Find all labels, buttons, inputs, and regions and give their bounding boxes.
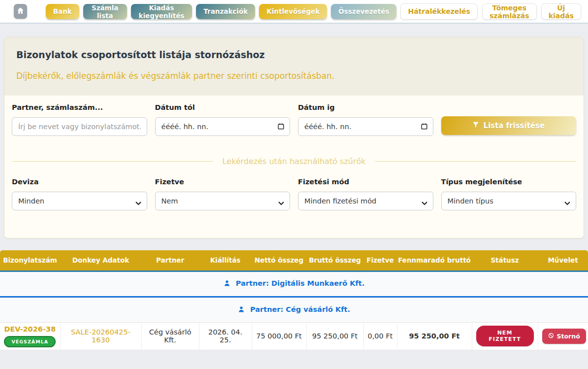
nav-kiadas-kiegyenlites[interactable]: Kiadás kiegyenlítés (131, 4, 193, 19)
cell-partner: Cég vásárló Kft. (141, 322, 199, 350)
home-button[interactable] (14, 4, 27, 19)
fizetesi-mod-select[interactable]: Minden fizetési mód (298, 192, 433, 210)
nav-szamla-lista[interactable]: Számla lista (83, 4, 127, 19)
date-from-label: Dátum tól (155, 103, 291, 111)
date-to-field: Dátum ig (298, 103, 433, 136)
refresh-list-button[interactable]: Lista frissítése (441, 116, 577, 135)
cell-donkey-adatok: SALE-20260425-1630 (60, 322, 141, 350)
cell-netto: 75 000,00 Ft (252, 322, 306, 350)
type-badge: VÉGSZÁMLA (4, 336, 56, 347)
partner-group-row: Partner: Cég vásárló Kft. (0, 297, 588, 322)
invoice-row: DEV-2026-38 VÉGSZÁMLA SALE-20260425-1630… (0, 322, 588, 350)
cell-fennmarado: 95 250,00 Ft (397, 322, 472, 350)
tipus-field: Típus megjelenítése Minden típus (441, 178, 577, 210)
top-navigation-bar: Bank Számla lista Kiadás kiegyenlítés Tr… (0, 0, 588, 24)
search-field: Partner, számlaszám... (12, 103, 147, 136)
cancel-icon (548, 333, 554, 340)
col-statusz: Státusz (472, 250, 538, 271)
cell-muvelet: Stornó (538, 322, 588, 350)
fizetve-label: Fizetve (155, 178, 291, 186)
date-to-label: Dátum ig (298, 103, 433, 111)
cell-fizetve: 0,00 Ft (363, 322, 397, 350)
fizetesi-mod-label: Fizetési mód (298, 178, 433, 186)
deviza-field: Deviza Minden (12, 178, 147, 210)
divider-text: Lekérdezés után használható szűrők (213, 157, 374, 166)
col-partner: Partner (141, 250, 199, 271)
filter-row-primary: Partner, számlaszám... Dátum tól Dátum i… (12, 103, 576, 136)
cell-brutto: 95 250,00 Ft (306, 322, 363, 350)
nav-osszevezetes[interactable]: Összevezetés (331, 4, 396, 19)
search-input[interactable] (12, 117, 147, 136)
home-icon (16, 6, 25, 16)
table-header-row: Bizonylatszám Donkey Adatok Partner Kiál… (0, 250, 588, 271)
cell-kiallitas: 2026. 04. 25. (199, 322, 252, 350)
person-icon (238, 306, 247, 314)
donkey-reference: SALE-20260425-1630 (71, 328, 131, 344)
status-badge: NEM FIZETETT (476, 326, 534, 346)
search-label: Partner, számlaszám... (12, 103, 147, 111)
person-icon (224, 280, 233, 288)
col-donkey-adatok: Donkey Adatok (60, 250, 141, 271)
date-from-input[interactable] (155, 117, 291, 136)
main-panel: Bizonylatok csoportosított listája storn… (4, 37, 584, 238)
filter-icon (472, 121, 479, 130)
deviza-label: Deviza (12, 178, 147, 186)
fizetve-field: Fizetve Nem (155, 178, 291, 210)
topbar-actions: Hátralékkezelés Tömeges számlázás Új kia… (400, 3, 581, 20)
cell-statusz: NEM FIZETETT (472, 322, 538, 350)
tomeges-szamlazas-button[interactable]: Tömeges számlázás (482, 3, 537, 20)
partner-group-label: Partner: Cég vásárló Kft. (250, 305, 350, 313)
nav-kintlevosegek[interactable]: Kintlevőségek (259, 4, 327, 19)
documents-table: Bizonylatszám Donkey Adatok Partner Kiál… (0, 250, 588, 350)
filter-divider: Lekérdezés után használható szűrők (12, 157, 576, 166)
document-number: DEV-2026-38 (4, 325, 56, 333)
storno-label: Stornó (557, 333, 580, 340)
page-subtitle: Díjbekérők, előlegszámlák és végszámlák … (16, 71, 572, 81)
fizetve-select[interactable]: Nem (155, 192, 291, 210)
uj-kiadas-button[interactable]: Új kiadás (541, 3, 581, 20)
panel-header: Bizonylatok csoportosított listája storn… (4, 37, 584, 96)
nav-tranzakciok[interactable]: Tranzakciók (196, 4, 255, 19)
refresh-field: Lista frissítése (441, 103, 577, 136)
storno-button[interactable]: Stornó (542, 329, 586, 344)
deviza-select[interactable]: Minden (12, 192, 147, 210)
page-title: Bizonylatok csoportosított listája storn… (16, 49, 572, 60)
col-bizonylatszam: Bizonylatszám (0, 250, 60, 271)
filter-section: Partner, számlaszám... Dátum tól Dátum i… (4, 96, 584, 238)
partner-group-label: Partner: Digitális Munkaerő Kft. (236, 279, 364, 287)
nav-bank[interactable]: Bank (46, 4, 79, 19)
col-netto-osszeg: Nettó összeg (252, 250, 306, 271)
fizetesi-mod-field: Fizetési mód Minden fizetési mód (298, 178, 433, 210)
col-fennmarado-brutto: Fennmaradó bruttó (397, 250, 472, 271)
hatralekkezeles-button[interactable]: Hátralékkezelés (400, 3, 478, 20)
col-brutto-osszeg: Bruttó összeg (306, 250, 363, 271)
col-kiallitas: Kiállítás (199, 250, 252, 271)
date-from-field: Dátum tól (155, 103, 291, 136)
refresh-list-label: Lista frissítése (483, 121, 545, 130)
cell-bizonylatszam: DEV-2026-38 VÉGSZÁMLA (0, 322, 60, 350)
col-fizetve: Fizetve (363, 250, 397, 271)
tipus-label: Típus megjelenítése (441, 178, 577, 186)
tipus-select[interactable]: Minden típus (441, 192, 577, 210)
date-to-input[interactable] (298, 117, 433, 136)
partner-group-row: Partner: Digitális Munkaerő Kft. (0, 271, 588, 297)
filter-row-secondary: Deviza Minden Fizetve Nem Fize (12, 178, 576, 210)
col-muvelet: Művelet (538, 250, 588, 271)
